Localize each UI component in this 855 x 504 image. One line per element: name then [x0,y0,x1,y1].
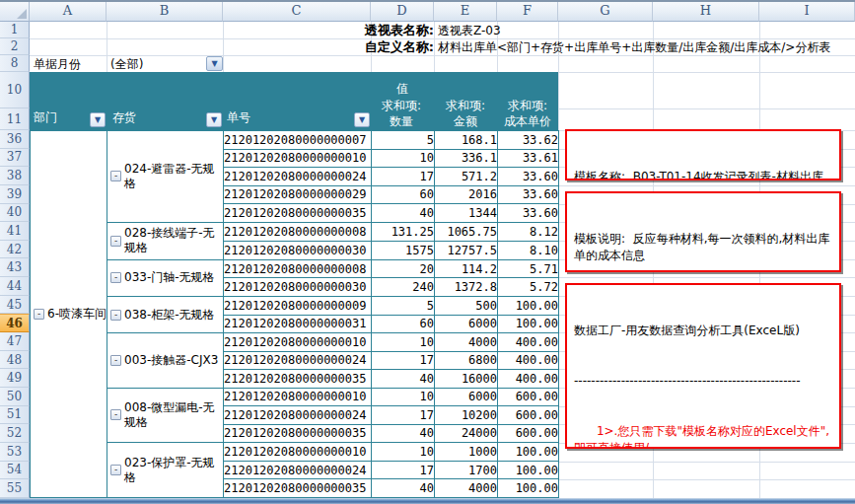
pivot-order-cell[interactable]: 21201202080000000010 [224,443,372,462]
pivot-order-cell[interactable]: 21201202080000000010 [224,333,372,352]
row-header-38[interactable]: 38 [0,167,30,185]
pivot-amount-cell[interactable]: 10200 [435,406,498,425]
inventory-filter-button[interactable]: ▼ [206,112,222,127]
pivot-quantity-cell[interactable]: 240 [372,278,435,297]
pivot-unit-cost-cell[interactable]: 33.61 [498,149,559,168]
pivot-quantity-cell[interactable]: 40 [372,424,435,443]
column-header-H[interactable]: H [653,0,759,22]
pivot-unit-cost-cell[interactable]: 5.71 [498,259,559,278]
pivot-amount-cell[interactable]: 1065.75 [435,222,498,241]
pivot-quantity-cell[interactable]: 17 [372,168,435,186]
pivot-order-cell[interactable]: 21201202080000000024 [224,168,372,186]
dept-filter-button[interactable]: ▼ [90,112,106,127]
pivot-unit-cost-cell[interactable]: 100.00 [498,461,559,479]
pivot-quantity-cell[interactable]: 17 [372,461,435,479]
column-header-C[interactable]: C [223,0,371,22]
collapse-minus-icon[interactable]: - [110,310,121,321]
pivot-amount-cell[interactable]: 571.2 [435,168,498,186]
pivot-amount-cell[interactable]: 336.1 [435,149,498,168]
pivot-amount-cell[interactable]: 6800 [435,351,498,370]
pivot-inventory-cell[interactable]: -023-保护罩-无规格 [107,443,224,498]
pivot-order-cell[interactable]: 21201202080000000035 [224,204,372,223]
pivot-quantity-cell[interactable]: 1575 [372,241,435,259]
pivot-amount-cell[interactable]: 114.2 [435,259,498,278]
pivot-unit-cost-cell[interactable]: 100.00 [498,479,559,498]
pivot-amount-cell[interactable]: 24000 [435,424,498,443]
column-header-F[interactable]: F [497,0,558,22]
collapse-minus-icon[interactable]: - [34,309,44,320]
pivot-quantity-cell[interactable]: 10 [372,388,435,406]
pivot-amount-cell[interactable]: 1372.8 [435,278,498,297]
page-filter-dropdown-button[interactable]: ▼ [206,56,223,71]
column-header-A[interactable]: A [30,0,107,22]
pivot-amount-cell[interactable]: 4000 [435,333,498,352]
pivot-quantity-cell[interactable]: 17 [372,406,435,425]
pivot-name-value[interactable]: 透视表Z-03 [438,22,501,38]
row-header-53[interactable]: 53 [0,443,30,462]
pivot-order-cell[interactable]: 21201202080000000008 [224,222,372,241]
row-header-37[interactable]: 37 [0,149,30,168]
annotation-box-template-description[interactable]: 模板说明: 反应每种材料,每一次领料的,材料出库单的成本信息 ---------… [565,191,841,272]
pivot-order-cell[interactable]: 21201202080000000024 [224,351,372,370]
pivot-order-cell[interactable]: 21201202080000000030 [224,278,372,297]
row-header-45[interactable]: 45 [0,296,30,315]
row-header-43[interactable]: 43 [0,258,30,277]
row-header-55[interactable]: 55 [0,479,30,498]
pivot-order-cell[interactable]: 21201202080000000010 [224,149,372,168]
pivot-unit-cost-cell[interactable]: 600.00 [498,424,559,443]
column-header-B[interactable]: B [107,0,223,22]
pivot-unit-cost-cell[interactable]: 8.12 [498,222,559,241]
pivot-amount-cell[interactable]: 12757.5 [435,241,498,259]
pivot-unit-cost-cell[interactable]: 33.60 [498,168,559,186]
row-header-8[interactable]: 8 [0,55,30,72]
row-header-46[interactable]: 46 [0,314,30,332]
pivot-order-cell[interactable]: 21201202080000000009 [224,297,372,316]
pivot-amount-cell[interactable]: 1700 [435,461,498,479]
row-header-10[interactable]: 10 [0,72,30,108]
pivot-unit-cost-cell[interactable]: 33.60 [498,204,559,223]
pivot-quantity-cell[interactable]: 10 [372,443,435,462]
pivot-dept-cell[interactable]: -6-喷漆车间 [31,131,107,498]
row-header-40[interactable]: 40 [0,204,30,223]
pivot-order-cell[interactable]: 21201202080000000024 [224,461,372,479]
row-header-49[interactable]: 49 [0,369,30,388]
pivot-amount-cell[interactable]: 16000 [435,370,498,389]
pivot-quantity-cell[interactable]: 10 [372,149,435,168]
pivot-unit-cost-cell[interactable]: 33.62 [498,131,559,150]
pivot-amount-cell[interactable]: 1000 [435,443,498,462]
order-filter-button[interactable]: ▼ [354,112,370,127]
pivot-amount-cell[interactable]: 6000 [435,388,498,406]
collapse-minus-icon[interactable]: - [110,409,121,420]
pivot-unit-cost-cell[interactable]: 5.72 [498,278,559,297]
pivot-quantity-cell[interactable]: 17 [372,351,435,370]
pivot-unit-cost-cell[interactable]: 400.00 [498,351,559,370]
column-header-D[interactable]: D [371,0,434,22]
column-header-I[interactable]: I [759,0,855,22]
pivot-amount-cell[interactable]: 500 [435,297,498,316]
collapse-minus-icon[interactable]: - [110,465,121,475]
pivot-order-cell[interactable]: 21201202080000000035 [224,370,372,389]
pivot-inventory-cell[interactable]: -033-门轴-无规格 [107,259,224,296]
pivot-quantity-cell[interactable]: 5 [372,297,435,316]
page-filter-value[interactable]: (全部) [110,56,143,72]
row-header-52[interactable]: 52 [0,424,30,443]
pivot-order-cell[interactable]: 21201202080000000024 [224,406,372,425]
pivot-amount-cell[interactable]: 2016 [435,185,498,204]
row-header-44[interactable]: 44 [0,277,30,296]
pivot-order-cell[interactable]: 21201202080000000029 [224,185,372,204]
pivot-order-cell[interactable]: 21201202080000000010 [224,388,372,406]
row-header-42[interactable]: 42 [0,241,30,259]
pivot-unit-cost-cell[interactable]: 33.60 [498,185,559,204]
row-header-48[interactable]: 48 [0,351,30,370]
pivot-order-cell[interactable]: 21201202080000000031 [224,315,372,333]
pivot-inventory-cell[interactable]: -008-微型漏电-无规格 [107,388,224,443]
collapse-minus-icon[interactable]: - [110,355,121,366]
annotation-box-tool-info[interactable]: 数据工厂-用友数据查询分析工具(ExceL版) ----------------… [565,283,841,449]
pivot-inventory-cell[interactable]: -024-避雷器-无规格 [107,131,224,223]
pivot-inventory-cell[interactable]: -003-接触器-CJX3 [107,333,224,389]
annotation-box-template-name[interactable]: 模板名称: B03-T01-14收发记录列表-材料出库单-数据表-3-透视表03 [565,129,841,180]
pivot-inventory-cell[interactable]: -028-接线端子-无规格 [107,222,224,259]
pivot-unit-cost-cell[interactable]: 100.00 [498,443,559,462]
pivot-inventory-cell[interactable]: -038-柜架-无规格 [107,297,224,333]
pivot-quantity-cell[interactable]: 60 [372,315,435,333]
